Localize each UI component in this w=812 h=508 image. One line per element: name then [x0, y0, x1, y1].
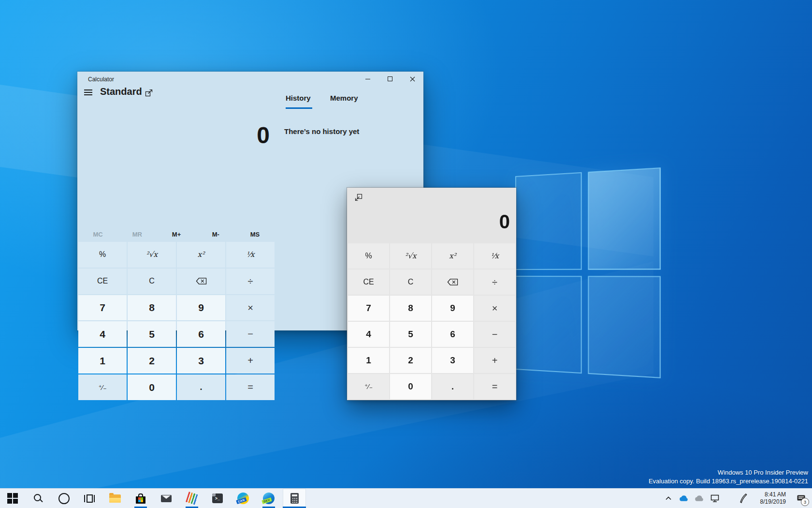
taskbar-start-button[interactable] — [1, 489, 24, 508]
edge-dev-badge: DEV — [261, 497, 272, 504]
main-key-percent[interactable]: % — [78, 242, 127, 268]
notification-count-badge: 3 — [801, 498, 809, 506]
compact-key-four[interactable]: 4 — [348, 322, 389, 347]
compact-key-negate[interactable]: ⁺⁄₋ — [348, 374, 389, 399]
edge-dev-icon: DEV — [263, 493, 275, 504]
onedrive-tray-button[interactable] — [679, 489, 689, 508]
minimize-button[interactable] — [357, 72, 379, 86]
taskbar-edge-canary-button[interactable]: CAN — [232, 489, 255, 508]
menu-button[interactable] — [84, 90, 92, 95]
search-icon — [33, 493, 43, 503]
cortana-icon — [58, 493, 70, 504]
minimize-icon — [365, 79, 370, 79]
main-key-square[interactable]: x² — [177, 242, 225, 268]
compact-key-equals[interactable]: = — [474, 374, 515, 399]
compact-key-percent[interactable]: % — [348, 243, 389, 269]
backspace-icon — [447, 278, 458, 286]
compact-calculator-display: 0 — [347, 209, 510, 234]
chevron-up-icon — [666, 496, 671, 500]
main-key-negate[interactable]: ⁺⁄₋ — [78, 374, 127, 400]
maximize-button[interactable] — [379, 72, 401, 86]
window-caption-buttons — [357, 72, 423, 86]
main-key-equals[interactable]: = — [226, 374, 275, 400]
main-key-subtract[interactable]: − — [226, 321, 275, 347]
onedrive-cloud-icon — [679, 495, 689, 502]
compact-key-square-root[interactable]: ²√x — [390, 243, 431, 269]
network-tray-button[interactable] — [710, 489, 720, 508]
tab-memory[interactable]: Memory — [330, 94, 358, 102]
main-key-square-root[interactable]: ²√x — [128, 242, 176, 268]
task-view-icon — [84, 494, 95, 503]
memory-subtract-button[interactable]: M- — [196, 227, 235, 241]
compact-key-decimal[interactable]: . — [432, 374, 473, 399]
main-keypad: %²√xx²⅟xCEC÷789×456−123+⁺⁄₋0.= — [78, 242, 275, 400]
main-key-one[interactable]: 1 — [78, 348, 127, 374]
memory-clear-button[interactable]: MC — [78, 227, 117, 241]
main-key-multiply[interactable]: × — [226, 295, 275, 321]
compact-key-add[interactable]: + — [474, 348, 515, 373]
taskbar-mail-button[interactable] — [155, 489, 178, 508]
active-tab-underline — [286, 107, 312, 109]
main-key-backspace[interactable] — [177, 269, 225, 294]
onedrive-personal-tray-button[interactable] — [695, 489, 704, 508]
main-key-clear[interactable]: C — [128, 269, 176, 294]
main-key-zero[interactable]: 0 — [128, 374, 176, 400]
memory-recall-button[interactable]: MR — [117, 227, 157, 241]
taskbar: CANDEV 8:41 AM 8/19/20 — [0, 488, 812, 508]
compact-key-zero[interactable]: 0 — [390, 374, 431, 399]
tab-history[interactable]: History — [286, 94, 311, 102]
compact-keypad: %²√xx²⅟xCEC÷789×456−123+⁺⁄₋0.= — [348, 243, 515, 399]
compact-key-clear-entry[interactable]: CE — [348, 269, 389, 295]
main-key-seven[interactable]: 7 — [78, 295, 127, 321]
taskbar-search-button[interactable] — [27, 489, 50, 508]
compact-key-seven[interactable]: 7 — [348, 296, 389, 321]
main-key-four[interactable]: 4 — [78, 321, 127, 347]
keep-on-top-button[interactable] — [145, 89, 153, 97]
main-key-divide[interactable]: ÷ — [226, 269, 275, 294]
taskbar-file-explorer-button[interactable] — [103, 489, 127, 508]
taskbar-edge-dev-button[interactable]: DEV — [257, 489, 280, 508]
main-key-five[interactable]: 5 — [128, 321, 176, 347]
calculator-mode-label: Standard — [100, 86, 142, 97]
taskbar-clock[interactable]: 8:41 AM 8/19/2019 — [760, 491, 786, 506]
main-key-nine[interactable]: 9 — [177, 295, 225, 321]
compact-key-square[interactable]: x² — [432, 243, 473, 269]
memory-store-button[interactable]: MS — [235, 227, 275, 241]
compact-key-six[interactable]: 6 — [432, 322, 473, 347]
memory-add-button[interactable]: M+ — [157, 227, 196, 241]
compact-key-two[interactable]: 2 — [390, 348, 431, 373]
compact-key-eight[interactable]: 8 — [390, 296, 431, 321]
compact-key-multiply[interactable]: × — [474, 296, 515, 321]
main-key-six[interactable]: 6 — [177, 321, 225, 347]
taskbar-task-view-button[interactable] — [78, 489, 101, 508]
exit-always-on-top-button[interactable] — [355, 194, 362, 201]
taskbar-calculator-button[interactable] — [283, 489, 306, 508]
main-key-three[interactable]: 3 — [177, 348, 225, 374]
compact-key-three[interactable]: 3 — [432, 348, 473, 373]
main-key-add[interactable]: + — [226, 348, 275, 374]
compact-key-reciprocal[interactable]: ⅟x — [474, 243, 515, 269]
main-key-eight[interactable]: 8 — [128, 295, 176, 321]
main-key-decimal[interactable]: . — [177, 374, 225, 400]
taskbar-microsoft-store-button[interactable] — [129, 489, 152, 508]
compact-key-backspace[interactable] — [432, 269, 473, 295]
main-key-two[interactable]: 2 — [128, 348, 176, 374]
windows-logo-icon — [7, 493, 18, 504]
close-button[interactable] — [401, 72, 423, 86]
pen-tray-button[interactable] — [738, 489, 748, 508]
taskbar-striped-app-button[interactable] — [180, 489, 203, 508]
action-center-button[interactable]: 3 — [795, 489, 807, 508]
compact-key-nine[interactable]: 9 — [432, 296, 473, 321]
show-hidden-icons-button[interactable] — [664, 489, 673, 508]
compact-key-one[interactable]: 1 — [348, 348, 389, 373]
taskbar-terminal-button[interactable] — [206, 489, 229, 508]
main-key-reciprocal[interactable]: ⅟x — [226, 242, 275, 268]
keep-on-top-icon — [145, 89, 153, 97]
compact-key-clear[interactable]: C — [390, 269, 431, 295]
compact-key-divide[interactable]: ÷ — [474, 269, 515, 295]
wallpaper-logo-pane — [588, 276, 661, 378]
main-key-clear-entry[interactable]: CE — [78, 269, 127, 294]
taskbar-cortana-button[interactable] — [52, 489, 75, 508]
compact-key-five[interactable]: 5 — [390, 322, 431, 347]
compact-key-subtract[interactable]: − — [474, 322, 515, 347]
